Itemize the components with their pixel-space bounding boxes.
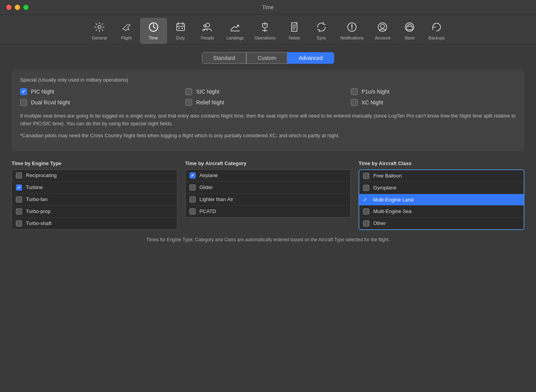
list-item-free-balloon[interactable]: Free Balloon [359,170,524,182]
toolbar-item-backups[interactable]: Backups [423,18,450,44]
cb-relief-night-box[interactable] [185,99,192,106]
notes-icon [287,20,301,34]
checkboxes-grid: ✓ PIC Night SIC Night P1u/s Night Dual R… [20,88,516,106]
people-icon [201,20,215,34]
cb-turboprop[interactable] [16,208,22,215]
tab-custom[interactable]: Custom [246,52,287,64]
info-text-2: *Canadian pilots may need the Cross Coun… [20,132,516,140]
toolbar-item-time[interactable]: Time [140,18,167,44]
label-reciprocating: Reciprocating [26,172,57,178]
svg-point-7 [181,27,183,29]
list-item-multi-engine-sea[interactable]: Multi-Engine Sea [359,206,524,218]
svg-point-21 [381,24,384,28]
cb-dual-rcvd-label: Dual Rcvd Night [31,99,70,106]
list-item-multi-engine-land[interactable]: ✓ Multi-Engine Land [359,194,524,206]
clock-icon [147,20,160,34]
cb-turbofan[interactable] [16,196,22,203]
special-section: Special (Usually only used in military o… [12,70,524,151]
tab-standard[interactable]: Standard [202,52,246,64]
close-button[interactable] [6,5,12,10]
toolbar-item-store[interactable]: Store [396,18,423,44]
checkbox-pic-night[interactable]: ✓ PIC Night [20,88,185,95]
bottom-columns: Time by Engine Type Reciprocating ✓ Turb… [12,160,524,230]
list-item-lighter-than-air[interactable]: Lighter than Air [186,194,351,206]
maximize-button[interactable] [23,5,29,10]
operations-icon [258,20,272,34]
cb-turboshaft[interactable] [16,220,22,227]
checkbox-dual-rcvd[interactable]: Dual Rcvd Night [20,99,185,106]
cb-xc-night-box[interactable] [351,99,358,106]
aircraft-category-list: ✓ Airplane Glider Lighter than Air PCATD [185,169,351,218]
cb-p1us-night-box[interactable] [351,88,358,95]
label-multi-engine-land: Multi-Engine Land [373,197,413,203]
main-content: Standard Custom Advanced Special (Usuall… [0,44,536,383]
list-item-reciprocating[interactable]: Reciprocating [12,170,177,182]
cb-gyroplane[interactable] [363,185,369,191]
svg-point-6 [178,27,180,29]
landings-icon [228,20,242,34]
list-item-turboprop[interactable]: Turbo-prop [12,206,177,218]
list-item-glider[interactable]: Glider [186,182,351,194]
traffic-lights [6,5,29,10]
notifications-icon [345,20,359,34]
toolbar-label-store: Store [405,36,415,40]
toolbar-item-general[interactable]: General [86,18,113,44]
checkbox-sic-night[interactable]: SIC Night [185,88,350,95]
gear-icon [92,20,106,34]
cb-pic-night-box[interactable]: ✓ [20,88,27,95]
checkbox-p1us-night[interactable]: P1u/s Night [351,88,516,95]
cb-turbine[interactable]: ✓ [16,184,22,191]
cb-other[interactable] [363,220,369,227]
toolbar-label-sync: Sync [317,36,326,40]
sync-icon [314,20,328,34]
toolbar-item-flight[interactable]: Flight [113,18,140,44]
toolbar-item-sync[interactable]: Sync [308,18,335,44]
toolbar-label-general: General [92,36,107,40]
toolbar-label-account: Account [375,36,390,40]
toolbar-item-landings[interactable]: Landings [221,18,249,44]
toolbar-label-people: People [201,36,214,40]
toolbar-item-notifications[interactable]: Notifications [335,18,369,44]
label-gyroplane: Gyroplane [373,185,396,191]
list-item-gyroplane[interactable]: Gyroplane [359,182,524,194]
flight-icon [119,20,133,34]
minimize-button[interactable] [15,5,20,10]
toolbar-item-duty[interactable]: Duty [167,18,194,44]
list-item-turbofan[interactable]: Turbo-fan [12,194,177,206]
cb-sic-night-box[interactable] [185,88,192,95]
toolbar-item-account[interactable]: Account [369,18,396,44]
toolbar-item-people[interactable]: People [194,18,221,44]
cb-airplane[interactable]: ✓ [189,172,196,179]
list-item-turboshaft[interactable]: Turbo-shaft [12,218,177,229]
toolbar-item-operations[interactable]: Operations [249,18,281,44]
toolbar: General Flight Time [0,15,536,44]
backups-icon [430,20,444,34]
list-item-other[interactable]: Other [359,218,524,229]
aircraft-category-section: Time by Aircraft Category ✓ Airplane Gli… [185,160,351,230]
cb-pcatd[interactable] [189,208,196,215]
tab-advanced[interactable]: Advanced [287,52,334,64]
toolbar-item-notes[interactable]: Notes [281,18,308,44]
toolbar-label-notes: Notes [289,36,300,40]
cb-reciprocating[interactable] [16,172,22,179]
label-other: Other [373,220,386,226]
checkbox-relief-night[interactable]: Relief Night [185,99,350,106]
toolbar-label-notifications: Notifications [340,36,364,40]
label-turbine: Turbine [26,184,43,190]
cb-dual-rcvd-box[interactable] [20,99,27,106]
engine-type-section: Time by Engine Type Reciprocating ✓ Turb… [12,160,178,230]
cb-lighter-than-air[interactable] [189,196,196,203]
toolbar-label-backups: Backups [428,36,445,40]
label-glider: Glider [200,184,213,190]
toolbar-label-time: Time [149,36,158,40]
list-item-airplane[interactable]: ✓ Airplane [186,170,351,182]
svg-point-9 [204,25,206,27]
checkbox-xc-night[interactable]: XC Night [351,99,516,106]
cb-multi-engine-sea[interactable] [363,208,369,215]
list-item-turbine[interactable]: ✓ Turbine [12,182,177,194]
list-item-pcatd[interactable]: PCATD [186,206,351,217]
cb-free-balloon[interactable] [363,173,369,179]
engine-type-list: Reciprocating ✓ Turbine Turbo-fan Turbo-… [12,169,178,230]
info-text-1: If multiple seat times are going to be l… [20,112,516,127]
cb-glider[interactable] [189,184,196,191]
